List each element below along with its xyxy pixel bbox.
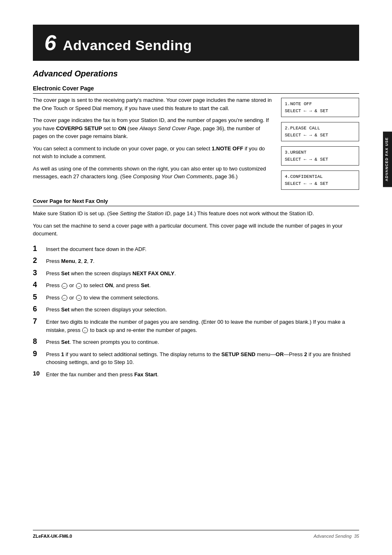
lcd-display-1: 1.NOTE OFF SELECT ← → & SET [281, 98, 359, 117]
step-number-3: 3 [33, 269, 46, 278]
paragraph-4: As well as using one of the comments sho… [33, 165, 273, 181]
step-number-10: 10 [33, 370, 46, 377]
page-container: 6 Advanced Sending Advanced Operations E… [0, 0, 392, 555]
section-title: Advanced Operations [33, 69, 359, 78]
chapter-title: Advanced Sending [63, 37, 192, 53]
left-arrow-icon: ← [62, 283, 67, 289]
lcd-3-line2: SELECT ← → & SET [285, 157, 328, 162]
step-number-4: 4 [33, 281, 46, 290]
step-number-9: 9 [33, 350, 46, 359]
step-3: 3 Press Set when the screen displays NEX… [33, 269, 359, 278]
step-1: 1 Insert the document face down in the A… [33, 244, 359, 253]
lcd-1-line2: SELECT ← → & SET [285, 108, 328, 113]
step-text-1: Insert the document face down in the ADF… [46, 244, 359, 253]
footer-divider [33, 530, 359, 530]
step-text-2: Press Menu, 2, 2, 7. [46, 256, 359, 265]
cover-next-fax-title: Cover Page for Next Fax Only [33, 198, 359, 206]
content-area: The cover page is sent to the receiving … [33, 96, 359, 190]
step-10: 10 Enter the fax number and then press F… [33, 370, 359, 379]
step-number-7: 7 [33, 317, 46, 326]
step-text-5: Press ← or → to view the comment selecti… [46, 293, 359, 302]
steps-section: 1 Insert the document face down in the A… [33, 244, 359, 379]
step-9: 9 Press 1 if you want to select addition… [33, 350, 359, 366]
lcd-1-line1: 1.NOTE OFF [285, 101, 312, 106]
footer-page-number: 35 [354, 534, 359, 539]
lcd-2-line2: SELECT ← → & SET [285, 133, 328, 138]
footer-content: ZLeFAX-UK-FM6.0 Advanced Sending 35 [33, 534, 359, 539]
paragraph-3: You can select a comment to include on y… [33, 145, 273, 161]
step-number-2: 2 [33, 256, 46, 265]
step-text-10: Enter the fax number and then press Fax … [46, 370, 359, 379]
step-number-5: 5 [33, 293, 46, 302]
lcd-display-3: 3.URGENT SELECT ← → & SET [281, 146, 359, 166]
chapter-header: 6 Advanced Sending [33, 25, 359, 61]
step-text-3: Press Set when the screen displays NEXT … [46, 269, 359, 278]
lcd-4-line2: SELECT ← → & SET [285, 181, 328, 186]
footer-page-info: Advanced Sending 35 [314, 534, 359, 539]
step-number-6: 6 [33, 305, 46, 314]
right-arrow-icon-2: → [76, 295, 82, 301]
left-arrow-icon-2: ← [62, 295, 67, 301]
sidebar-tab: ADVANCED FAX USE [383, 131, 392, 187]
step-5: 5 Press ← or → to view the comment selec… [33, 293, 359, 302]
step-text-4: Press ← or → to select ON, and press Set… [46, 281, 359, 290]
step-6: 6 Press Set when the screen displays you… [33, 305, 359, 314]
lcd-display-4: 4.CONFIDENTIAL SELECT ← → & SET [281, 170, 359, 190]
lcd-4-line1: 4.CONFIDENTIAL [285, 174, 323, 179]
paragraph-1: The cover page is sent to the receiving … [33, 96, 273, 112]
footer-doc-id: ZLeFAX-UK-FM6.0 [33, 534, 72, 539]
footer-page-text: Advanced Sending [314, 534, 351, 539]
step-text-8: Press Set. The screen prompts you to con… [46, 337, 359, 346]
lcd-2-line1: 2.PLEASE CALL [285, 126, 320, 131]
display-column: 1.NOTE OFF SELECT ← → & SET 2.PLEASE CAL… [281, 96, 359, 190]
step-7: 7 Enter two digits to indicate the numbe… [33, 317, 359, 334]
cover-page-section: Cover Page for Next Fax Only Make sure S… [33, 198, 359, 378]
step-4: 4 Press ← or → to select ON, and press S… [33, 281, 359, 290]
lcd-3-line1: 3.URGENT [285, 150, 307, 155]
backspace-icon: ← [82, 327, 88, 333]
subsection-title: Electronic Cover Page [33, 85, 359, 94]
step-number-8: 8 [33, 337, 46, 346]
text-column: The cover page is sent to the receiving … [33, 96, 273, 190]
step-2: 2 Press Menu, 2, 2, 7. [33, 256, 359, 265]
chapter-number: 6 [44, 32, 56, 53]
cover-para-1: Make sure Station ID is set up. (See Set… [33, 210, 359, 218]
cover-para-2: You can set the machine to send a cover … [33, 222, 359, 238]
right-arrow-icon: → [76, 283, 82, 289]
step-text-9: Press 1 if you want to select additional… [46, 350, 359, 366]
step-text-7: Enter two digits to indicate the number … [46, 317, 359, 334]
paragraph-2: The cover page indicates the fax is from… [33, 116, 273, 140]
footer: ZLeFAX-UK-FM6.0 Advanced Sending 35 [33, 530, 359, 539]
step-8: 8 Press Set. The screen prompts you to c… [33, 337, 359, 346]
step-number-1: 1 [33, 244, 46, 253]
lcd-display-2: 2.PLEASE CALL SELECT ← → & SET [281, 122, 359, 141]
step-text-6: Press Set when the screen displays your … [46, 305, 359, 314]
